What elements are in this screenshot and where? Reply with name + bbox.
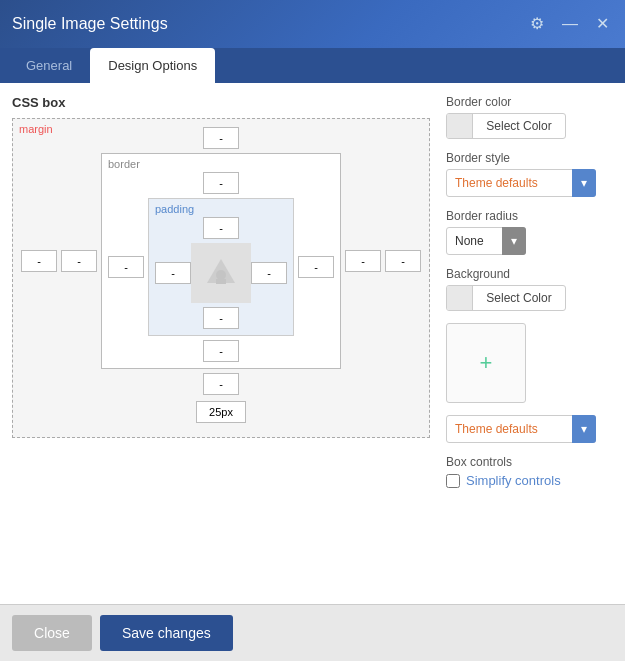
margin-bottom-row bbox=[21, 373, 421, 395]
content-icon-area bbox=[191, 243, 251, 303]
box-controls-section: Box controls Simplify controls bbox=[446, 455, 613, 488]
padding-right-input[interactable] bbox=[251, 262, 287, 284]
border-radius-section: Border radius None Small Medium Large ▾ bbox=[446, 209, 613, 255]
plus-icon: + bbox=[480, 350, 493, 376]
border-style-label: Border style bbox=[446, 151, 613, 165]
border-radius-select-wrapper: None Small Medium Large ▾ bbox=[446, 227, 526, 255]
simplify-controls-label: Simplify controls bbox=[466, 473, 561, 488]
margin-middle-row: border padding bbox=[21, 153, 421, 369]
background-color-swatch bbox=[447, 286, 473, 310]
border-left-input[interactable] bbox=[108, 256, 144, 278]
extra-left1-input[interactable] bbox=[61, 250, 97, 272]
border-top-row bbox=[108, 172, 334, 194]
border-right-input[interactable] bbox=[298, 256, 334, 278]
margin-top-row bbox=[21, 127, 421, 149]
border-middle-row: padding bbox=[108, 198, 334, 336]
border-radius-label: Border radius bbox=[446, 209, 613, 223]
close-button[interactable]: Close bbox=[12, 615, 92, 651]
border-color-button[interactable]: Select Color bbox=[446, 113, 566, 139]
padding-bottom-input[interactable] bbox=[203, 307, 239, 329]
background-label: Background bbox=[446, 267, 613, 281]
padding-label: padding bbox=[155, 203, 194, 215]
background-theme-select[interactable]: Theme defaults Custom bbox=[446, 415, 596, 443]
border-style-select[interactable]: Theme defaults None Solid Dashed Dotted bbox=[446, 169, 596, 197]
padding-middle-row bbox=[155, 243, 287, 303]
margin-top-input[interactable] bbox=[203, 127, 239, 149]
border-color-btn-label: Select Color bbox=[473, 119, 565, 133]
minimize-button[interactable]: — bbox=[558, 14, 582, 34]
background-color-button[interactable]: Select Color bbox=[446, 285, 566, 311]
tab-design-options[interactable]: Design Options bbox=[90, 48, 215, 83]
title-bar: Single Image Settings ⚙ — ✕ bbox=[0, 0, 625, 48]
bottom-value-input[interactable] bbox=[196, 401, 246, 423]
footer: Close Save changes bbox=[0, 604, 625, 661]
background-theme-section: Theme defaults Custom ▾ bbox=[446, 415, 613, 443]
svg-point-1 bbox=[216, 270, 226, 280]
margin-right-input[interactable] bbox=[385, 250, 421, 272]
padding-top-row bbox=[155, 217, 287, 239]
css-box-outer: margin border bbox=[12, 118, 430, 438]
border-bottom-row bbox=[108, 340, 334, 362]
border-radius-select[interactable]: None Small Medium Large bbox=[446, 227, 526, 255]
window-title: Single Image Settings bbox=[12, 15, 168, 33]
margin-left-input[interactable] bbox=[21, 250, 57, 272]
background-section: Background Select Color bbox=[446, 267, 613, 311]
border-bottom-input[interactable] bbox=[203, 340, 239, 362]
window: Single Image Settings ⚙ — ✕ General Desi… bbox=[0, 0, 625, 661]
bottom-input-row bbox=[21, 401, 421, 423]
left-panel: CSS box margin border bbox=[12, 95, 430, 592]
css-box-title: CSS box bbox=[12, 95, 430, 110]
gear-button[interactable]: ⚙ bbox=[526, 14, 548, 34]
close-window-button[interactable]: ✕ bbox=[592, 14, 613, 34]
box-controls-label: Box controls bbox=[446, 455, 613, 469]
padding-box: padding bbox=[148, 198, 294, 336]
save-button[interactable]: Save changes bbox=[100, 615, 233, 651]
extra-right1-input[interactable] bbox=[345, 250, 381, 272]
content-area: CSS box margin border bbox=[0, 83, 625, 604]
padding-left-input[interactable] bbox=[155, 262, 191, 284]
background-color-btn-label: Select Color bbox=[473, 291, 565, 305]
tab-general[interactable]: General bbox=[8, 48, 90, 83]
border-style-section: Border style Theme defaults None Solid D… bbox=[446, 151, 613, 197]
border-top-input[interactable] bbox=[203, 172, 239, 194]
svg-rect-2 bbox=[216, 279, 226, 284]
right-panel: Border color Select Color Border style T… bbox=[446, 95, 613, 592]
border-style-select-wrapper: Theme defaults None Solid Dashed Dotted … bbox=[446, 169, 596, 197]
add-background-button[interactable]: + bbox=[446, 323, 526, 403]
margin-bottom-input[interactable] bbox=[203, 373, 239, 395]
title-bar-controls: ⚙ — ✕ bbox=[526, 14, 613, 34]
tabs: General Design Options bbox=[0, 48, 625, 83]
border-color-swatch bbox=[447, 114, 473, 138]
content-icon bbox=[203, 255, 239, 291]
margin-label: margin bbox=[19, 123, 53, 135]
border-label: border bbox=[108, 158, 140, 170]
border-color-section: Border color Select Color bbox=[446, 95, 613, 139]
background-theme-select-wrapper: Theme defaults Custom ▾ bbox=[446, 415, 596, 443]
padding-top-input[interactable] bbox=[203, 217, 239, 239]
border-box: border padding bbox=[101, 153, 341, 369]
padding-bottom-row bbox=[155, 307, 287, 329]
simplify-controls-row: Simplify controls bbox=[446, 473, 613, 488]
simplify-controls-checkbox[interactable] bbox=[446, 474, 460, 488]
border-color-label: Border color bbox=[446, 95, 613, 109]
